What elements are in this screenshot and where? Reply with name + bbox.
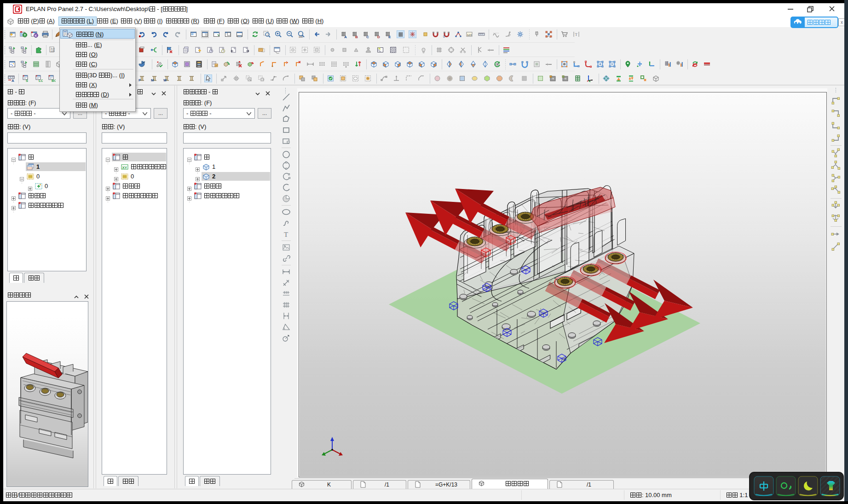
svg-text:T: T: [284, 231, 288, 238]
svg-text:P: P: [138, 78, 141, 82]
svg-text:100: 100: [299, 35, 303, 38]
svg-text:D: D: [377, 35, 380, 39]
svg-text:S: S: [26, 79, 28, 82]
svg-text:A: A: [344, 35, 347, 39]
svg-text:C: C: [366, 35, 369, 39]
svg-text:T: T: [575, 32, 578, 37]
svg-text:123: 123: [51, 50, 55, 52]
svg-text:M: M: [151, 78, 154, 82]
svg-text:B: B: [355, 35, 358, 39]
svg-text:XY: XY: [122, 166, 127, 170]
svg-text:123: 123: [467, 34, 472, 36]
svg-text:BC: BC: [52, 79, 56, 82]
svg-text:LC: LC: [39, 79, 43, 82]
svg-text:W: W: [163, 78, 167, 82]
svg-text:E: E: [388, 35, 391, 39]
svg-text:0: 0: [443, 35, 445, 38]
svg-text:A: A: [12, 79, 14, 82]
